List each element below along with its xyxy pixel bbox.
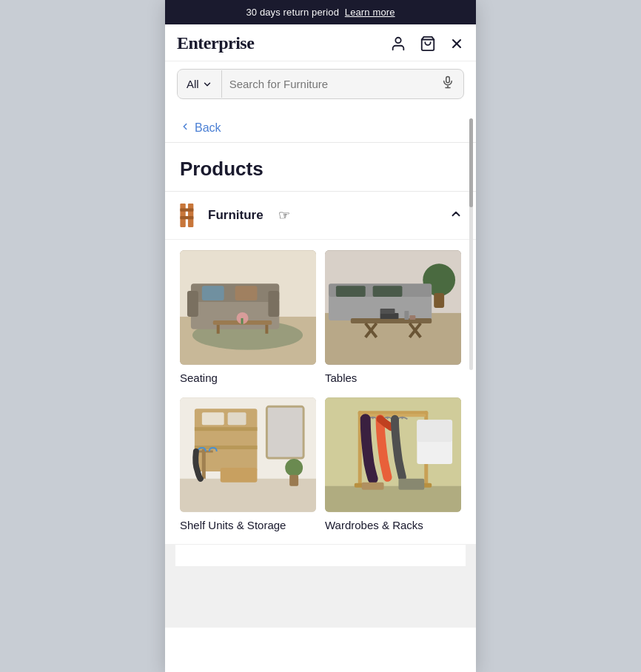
search-input[interactable] [222,70,432,98]
furniture-category-label: Furniture [208,208,264,223]
search-bar: All [177,69,464,99]
svg-rect-17 [187,291,198,317]
cart-icon[interactable] [420,36,436,52]
svg-rect-4 [446,77,450,83]
search-bar-wrapper: All [165,61,476,110]
back-chevron-icon [180,121,190,135]
mic-icon[interactable] [432,70,463,98]
svg-rect-71 [417,420,452,442]
category-header-left: Furniture ☞ [178,202,290,229]
promo-banner: 30 days return period Learn more [165,0,476,24]
chevron-up-icon[interactable] [449,207,463,224]
shelf-image [180,397,316,512]
svg-rect-50 [266,406,303,458]
svg-rect-18 [268,291,279,317]
tables-label: Tables [325,371,461,386]
svg-rect-22 [217,325,220,334]
svg-rect-73 [398,478,424,489]
logo[interactable]: Enterprise [177,33,254,53]
tables-image [325,250,461,365]
svg-rect-55 [289,474,298,485]
product-card-shelf[interactable]: Shelf Units & Storage [175,397,320,545]
svg-rect-33 [336,286,366,297]
svg-rect-10 [180,216,193,219]
svg-rect-56 [202,412,224,425]
svg-point-0 [395,37,400,42]
svg-rect-72 [362,482,384,489]
scrollbar-thumb[interactable] [469,118,473,207]
products-heading-area: Products [165,143,476,192]
svg-rect-30 [434,293,444,308]
svg-rect-20 [235,286,258,300]
wardrobe-label: Wardrobes & Racks [325,518,461,533]
banner-link[interactable]: Learn more [345,7,395,18]
header-icons [390,36,464,52]
product-grid: Seating [165,240,476,544]
chevron-down-icon [202,79,212,90]
banner-text: 30 days return period [246,7,339,18]
svg-rect-60 [325,485,461,511]
svg-rect-41 [380,309,395,314]
svg-rect-40 [380,313,399,319]
furniture-icon [178,202,199,229]
svg-rect-8 [188,204,193,227]
product-card-seating[interactable]: Seating [175,250,320,397]
seating-label: Seating [180,371,316,386]
furniture-category-header[interactable]: Furniture ☞ [165,192,476,240]
shelf-label: Shelf Units & Storage [180,518,316,533]
svg-rect-48 [195,427,258,431]
close-icon[interactable] [449,36,464,51]
svg-rect-53 [221,467,258,482]
svg-rect-7 [180,204,185,227]
product-card-tables[interactable]: Tables [320,250,466,397]
svg-point-54 [285,458,303,476]
cursor-icon: ☞ [278,207,290,224]
wardrobe-image [325,397,461,512]
app-container: 30 days return period Learn more Enterpr… [165,0,476,672]
header: Enterprise [165,24,476,61]
user-icon[interactable] [390,36,406,52]
back-label: Back [195,121,221,135]
svg-rect-23 [265,325,268,334]
svg-rect-25 [241,318,244,324]
product-card-wardrobe[interactable]: Wardrobes & Racks [320,397,466,545]
search-category-selector[interactable]: All [178,70,222,98]
svg-rect-34 [373,286,403,297]
scrollbar-track [469,118,473,370]
svg-rect-51 [202,449,206,479]
svg-rect-57 [228,412,246,425]
svg-rect-19 [202,286,224,300]
products-heading: Products [180,158,461,181]
category-label: All [187,78,199,90]
content-area: Back Products Furniture ☞ [165,110,476,628]
seating-image [180,250,316,365]
svg-rect-9 [180,208,193,211]
svg-rect-42 [404,311,409,320]
svg-rect-43 [409,315,415,320]
back-button[interactable]: Back [165,110,476,143]
